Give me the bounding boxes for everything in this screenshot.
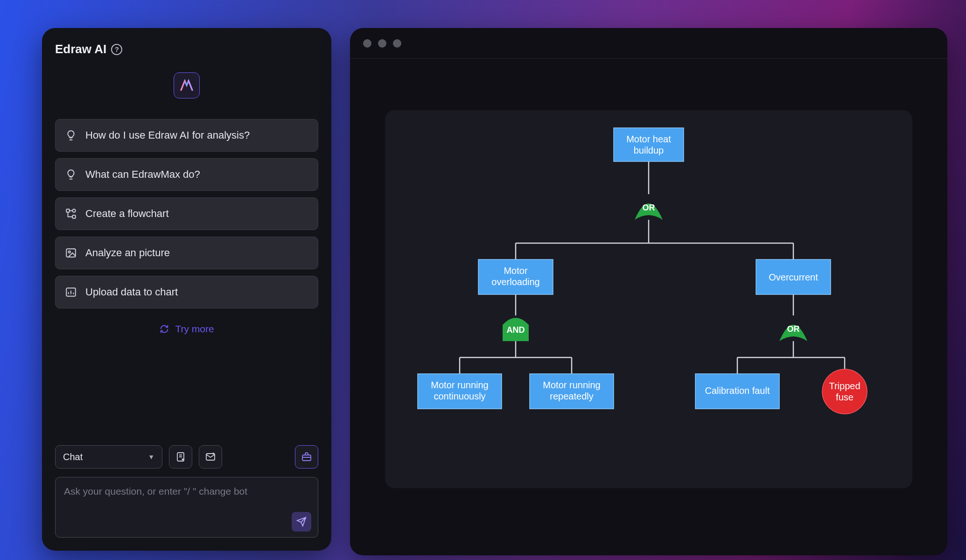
node-label: Motor heat — [626, 134, 671, 144]
svg-text:Motor running: Motor running — [543, 380, 600, 390]
suggestion-label: Create a flowchart — [85, 208, 169, 220]
suggestion-upload-chart[interactable]: Upload data to chart — [55, 276, 318, 308]
node-label: buildup — [634, 145, 664, 155]
toolbox-button[interactable] — [295, 445, 318, 469]
flow-icon — [65, 208, 77, 220]
app-logo — [174, 72, 200, 98]
new-message-button[interactable] — [199, 445, 222, 469]
node-tripped-fuse[interactable] — [822, 369, 867, 414]
suggestion-analyze-picture[interactable]: Analyze an picture — [55, 237, 318, 269]
mode-label: Chat — [63, 452, 83, 462]
suggestion-label: Analyze an picture — [85, 247, 170, 259]
send-icon — [296, 517, 307, 527]
svg-text:overloading: overloading — [491, 277, 539, 287]
svg-point-4 — [69, 251, 70, 253]
gate-label: OR — [643, 203, 655, 212]
suggestion-edrawmax[interactable]: What can EdrawMax do? — [55, 158, 318, 191]
svg-rect-8 — [302, 455, 311, 461]
svg-point-2 — [72, 209, 76, 212]
sidebar-header: Edraw AI ? — [55, 42, 318, 56]
svg-text:Tripped: Tripped — [829, 381, 860, 391]
chart-icon — [65, 286, 77, 298]
suggestion-label: What can EdrawMax do? — [85, 168, 200, 181]
suggestion-flowchart[interactable]: Create a flowchart — [55, 197, 318, 230]
composer[interactable]: Ask your question, or enter "/ " change … — [55, 477, 318, 538]
node-motor-heat[interactable] — [614, 128, 684, 161]
svg-rect-1 — [72, 215, 76, 218]
window-titlebar — [350, 28, 947, 59]
canvas-area: Motor heat buildup OR Motor overloading … — [350, 59, 947, 555]
try-more-button[interactable]: Try more — [55, 323, 318, 335]
send-button[interactable] — [292, 512, 311, 532]
svg-text:Calibration fault: Calibration fault — [705, 385, 770, 396]
svg-rect-3 — [66, 249, 76, 257]
suggestion-analysis[interactable]: How do I use Edraw AI for analysis? — [55, 119, 318, 152]
svg-rect-0 — [66, 209, 70, 212]
bulb-icon — [65, 129, 77, 141]
composer-placeholder: Ask your question, or enter "/ " change … — [64, 486, 309, 497]
ai-sidebar: Edraw AI ? How do I use Edraw AI for ana… — [42, 28, 331, 551]
suggestion-label: How do I use Edraw AI for analysis? — [85, 129, 250, 141]
chevron-down-icon: ▼ — [148, 453, 154, 461]
try-more-label: Try more — [175, 323, 214, 335]
mode-select[interactable]: Chat ▼ — [55, 445, 162, 469]
window-dot[interactable] — [393, 39, 401, 48]
app-title: Edraw AI — [55, 42, 106, 56]
refresh-icon — [159, 324, 169, 334]
help-icon[interactable]: ? — [111, 44, 122, 55]
window-dot[interactable] — [363, 39, 371, 48]
window-dot[interactable] — [378, 39, 386, 48]
composer-toolbar: Chat ▼ — [55, 445, 318, 469]
image-icon — [65, 247, 77, 259]
diagram-canvas[interactable]: Motor heat buildup OR Motor overloading … — [385, 110, 912, 488]
svg-text:fuse: fuse — [836, 392, 854, 402]
svg-text:AND: AND — [507, 325, 525, 335]
suggestion-label: Upload data to chart — [85, 286, 178, 298]
fault-tree-diagram: Motor heat buildup OR Motor overloading … — [385, 110, 912, 488]
suggestion-list: How do I use Edraw AI for analysis? What… — [55, 119, 318, 308]
logo-icon — [178, 77, 195, 94]
svg-text:Overcurrent: Overcurrent — [769, 272, 818, 282]
svg-text:OR: OR — [787, 324, 800, 334]
svg-text:Motor running: Motor running — [431, 380, 488, 390]
svg-text:continuously: continuously — [434, 391, 485, 401]
bulb-icon — [65, 168, 77, 181]
document-button[interactable] — [169, 445, 192, 469]
svg-text:repeatedly: repeatedly — [550, 391, 593, 401]
main-window: Motor heat buildup OR Motor overloading … — [350, 28, 947, 555]
svg-text:Motor: Motor — [504, 266, 527, 276]
